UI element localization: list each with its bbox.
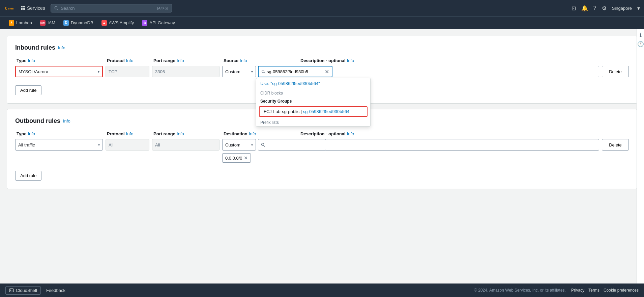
svg-rect-3 [21, 8, 23, 10]
cidr-label: CIDR blocks [256, 89, 370, 97]
source-search[interactable]: ✕ [258, 66, 332, 77]
type-value: MYSQL/Aurora [19, 69, 48, 74]
source-dropdown[interactable]: Custom ▾ [222, 66, 256, 77]
search-input[interactable] [61, 6, 154, 11]
cidr-tag: 0.0.0.0/0 ✕ [222, 153, 251, 163]
bookmark-iam[interactable]: IAM IAM [37, 19, 59, 27]
services-button[interactable]: Services [18, 4, 48, 12]
info-sidebar-icon[interactable]: ℹ [640, 32, 642, 38]
outbound-rule-row: All traffic ▾ All All Custom ▾ [15, 139, 629, 163]
bell-icon[interactable]: 🔔 [581, 5, 588, 11]
inbound-delete-btn[interactable]: Delete [602, 66, 629, 77]
source-clear-btn[interactable]: ✕ [325, 69, 329, 75]
out-dest-info[interactable]: Info [249, 131, 256, 136]
terminal-icon[interactable]: ⊡ [572, 5, 576, 11]
out-proto-info[interactable]: Info [126, 131, 134, 136]
svg-rect-2 [23, 6, 25, 7]
sg-name: FCJ-Lab-sg-public [264, 109, 299, 114]
dynamo-label: DynamoDB [71, 20, 93, 25]
inbound-title: Inbound rules [15, 44, 55, 51]
settings-icon[interactable]: ⚙ [602, 5, 607, 11]
svg-line-8 [264, 72, 265, 73]
clock-sidebar-icon[interactable]: 🕐 [637, 41, 644, 47]
sg-id: sg-059862f5ed930b564 [303, 109, 349, 114]
use-sg-item[interactable]: Use: "sg-059862f5ed930b564" [256, 78, 370, 89]
cidr-value: 0.0.0.0/0 [225, 156, 242, 161]
dest-group: Custom ▾ 0.0.0.0/0 ✕ [222, 139, 296, 163]
type-chevron: ▾ [98, 70, 99, 74]
out-col-protocol: Protocol Info [107, 131, 151, 136]
inbound-rule-row: MYSQL/Aurora ▾ TCP 3306 Custom ▾ [15, 66, 629, 77]
source-dropdown-label: Custom [225, 69, 240, 74]
api-icon: ⊕ [142, 20, 147, 26]
bookmark-lambda[interactable]: λ Lambda [5, 19, 35, 27]
inbound-rules-section: Inbound rules Info Type Info Protocol In… [7, 36, 637, 104]
inbound-desc-input[interactable] [299, 66, 599, 77]
remove-cidr-btn[interactable]: ✕ [244, 155, 248, 161]
svg-rect-4 [23, 8, 25, 10]
out-type-info[interactable]: Info [28, 131, 35, 136]
services-label: Services [27, 5, 45, 11]
iam-icon: IAM [40, 20, 46, 26]
out-type-value: All traffic [18, 142, 35, 147]
source-info[interactable]: Info [240, 58, 247, 63]
lambda-icon: λ [9, 20, 14, 26]
dest-chevron: ▾ [251, 143, 253, 147]
source-select-row: Custom ▾ ✕ [222, 66, 296, 77]
type-info[interactable]: Info [28, 58, 35, 63]
out-col-port: Port range Info [153, 131, 221, 136]
source-search-input[interactable] [267, 69, 323, 74]
outbound-title: Outbound rules [15, 117, 60, 125]
bookmark-api-gateway[interactable]: ⊕ API Gateway [139, 19, 178, 27]
out-port-info[interactable]: Info [177, 131, 184, 136]
region-selector[interactable]: Singapore [612, 6, 632, 11]
outbound-info-link[interactable]: Info [63, 118, 70, 124]
out-col-type: Type Info [17, 131, 104, 136]
sg-group-label: Security Groups [256, 97, 370, 105]
col-desc-header: Description - optional Info [300, 58, 598, 63]
source-chevron: ▾ [251, 70, 253, 74]
svg-text:aws: aws [8, 6, 14, 10]
bookmark-amplify[interactable]: ▲ AWS Amplify [98, 19, 138, 27]
protocol-info[interactable]: Info [126, 58, 134, 63]
right-sidebar: ℹ 🕐 [637, 29, 644, 284]
col-actions-header [601, 58, 627, 63]
out-desc-input[interactable] [299, 139, 599, 151]
port-info[interactable]: Info [177, 58, 184, 63]
outbound-add-rule-btn[interactable]: Add rule [15, 171, 41, 181]
outbound-delete-btn[interactable]: Delete [602, 139, 629, 151]
out-col-desc: Description - optional Info [300, 131, 598, 136]
svg-point-7 [262, 70, 264, 73]
nav-icons: ⊡ 🔔 ? ⚙ Singapore ▾ [572, 5, 640, 11]
out-desc-wrapper [299, 139, 599, 151]
inbound-add-rule-btn[interactable]: Add rule [15, 85, 41, 95]
type-select[interactable]: MYSQL/Aurora ▾ [15, 66, 103, 77]
region-chevron[interactable]: ▾ [637, 5, 640, 11]
out-type-wrapper: All traffic ▾ [15, 139, 103, 151]
desc-info[interactable]: Info [347, 58, 354, 63]
bookmark-dynamodb[interactable]: D DynamoDB [60, 19, 96, 27]
inbound-title-row: Inbound rules Info [15, 44, 629, 51]
pl-label: Prefix lists [256, 118, 370, 126]
inbound-info-link[interactable]: Info [58, 45, 65, 50]
main-content: Inbound rules Info Type Info Protocol In… [0, 29, 644, 284]
source-group: Custom ▾ ✕ Use: "sg-0598 [222, 66, 296, 77]
out-desc-info[interactable]: Info [347, 131, 354, 136]
svg-rect-1 [21, 6, 23, 7]
search-shortcut: [Alt+S] [157, 6, 168, 10]
api-label: API Gateway [149, 20, 175, 25]
help-icon[interactable]: ? [593, 5, 596, 11]
aws-logo[interactable]: aws [4, 5, 14, 11]
search-bar[interactable]: [Alt+S] [51, 4, 172, 12]
sg-dropdown-item[interactable]: FCJ-Lab-sg-public | sg-059862f5ed930b564 [259, 106, 368, 117]
out-type-select[interactable]: All traffic ▾ [15, 139, 103, 151]
out-type-chevron: ▾ [98, 143, 100, 147]
dest-search[interactable] [258, 139, 326, 151]
amplify-label: AWS Amplify [109, 20, 134, 25]
lambda-label: Lambda [16, 20, 32, 25]
out-col-actions [601, 131, 627, 136]
dest-dropdown[interactable]: Custom ▾ [222, 139, 256, 151]
dest-search-input[interactable] [266, 142, 323, 147]
sg-separator: | [301, 109, 303, 114]
out-protocol-input: All [106, 139, 149, 151]
